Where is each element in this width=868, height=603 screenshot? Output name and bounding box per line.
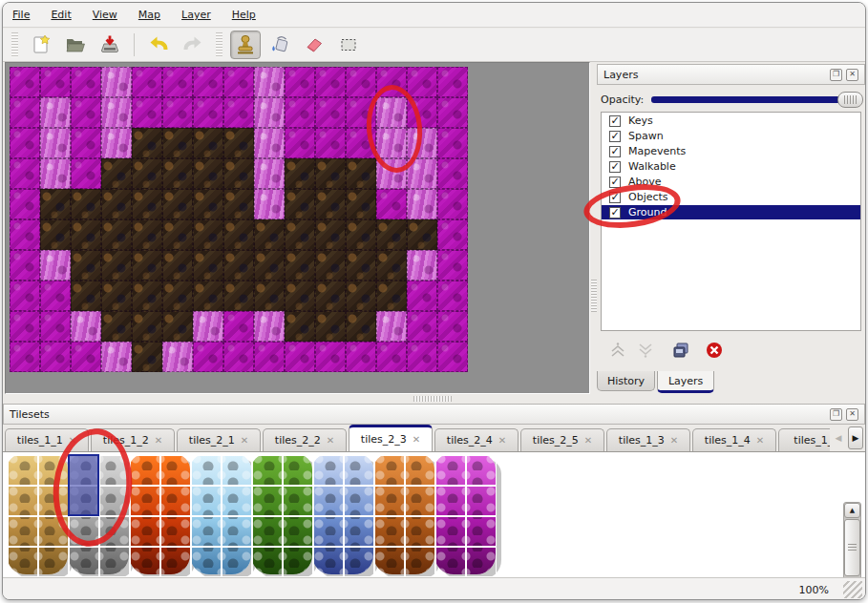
map-tile-magenta-ground[interactable] (10, 311, 40, 342)
eraser-tool-button[interactable] (299, 31, 329, 59)
fill-tool-button[interactable] (265, 31, 295, 59)
map-tile-magenta-ground[interactable] (162, 67, 193, 97)
close-tab-icon[interactable]: ✕ (69, 435, 76, 446)
map-tile-magenta-ground[interactable] (132, 67, 162, 97)
map-tile-magenta-ground[interactable] (223, 311, 254, 342)
map-tile-magenta-ground[interactable] (407, 97, 437, 128)
tileset-tab-tiles_1_3[interactable]: tiles_1_3✕ (606, 428, 690, 451)
map-tile-pink-pillar[interactable] (407, 189, 437, 219)
layer-checkbox[interactable]: ✓ (609, 131, 621, 142)
map-tile-magenta-ground[interactable] (223, 342, 254, 372)
delete-layer-icon[interactable] (705, 341, 724, 363)
map-tile-dark-dirt[interactable] (346, 158, 376, 189)
map-tile-magenta-ground[interactable] (162, 97, 193, 128)
map-tile-magenta-ground[interactable] (132, 97, 162, 128)
map-tile-dark-dirt[interactable] (254, 281, 285, 311)
layer-checkbox[interactable]: ✓ (609, 161, 621, 173)
duplicate-layer-icon[interactable] (671, 341, 690, 363)
menu-item-help[interactable]: Help (232, 9, 256, 21)
float-panel-icon[interactable]: ❐ (830, 69, 842, 81)
map-tile-pink-pillar[interactable] (254, 158, 285, 189)
close-tab-icon[interactable]: ✕ (327, 435, 334, 446)
map-tile-pink-pillar[interactable] (376, 97, 407, 128)
map-tile-magenta-ground[interactable] (285, 342, 315, 372)
map-tile-dark-dirt[interactable] (346, 189, 376, 219)
menu-item-layer[interactable]: Layer (181, 9, 211, 21)
map-tile-dark-dirt[interactable] (162, 311, 193, 342)
map-tile-dark-dirt[interactable] (315, 281, 346, 311)
map-tile-magenta-ground[interactable] (71, 342, 101, 372)
map-tile-dark-dirt[interactable] (71, 250, 101, 281)
map-tile-dark-dirt[interactable] (285, 219, 315, 250)
map-tile-dark-dirt[interactable] (346, 250, 376, 281)
map-tile-magenta-ground[interactable] (10, 158, 40, 189)
map-tile-dark-dirt[interactable] (71, 281, 101, 311)
map-tile-magenta-ground[interactable] (223, 67, 254, 97)
map-tile-magenta-ground[interactable] (437, 67, 468, 97)
map-tile-pink-pillar[interactable] (40, 97, 71, 128)
map-tile-dark-dirt[interactable] (162, 281, 193, 311)
map-tile-dark-dirt[interactable] (376, 281, 407, 311)
menu-item-edit[interactable]: Edit (51, 9, 71, 21)
map-tile-dark-dirt[interactable] (315, 158, 346, 189)
scroll-tabs-right-icon[interactable]: ▶ (848, 426, 863, 449)
map-tile-dark-dirt[interactable] (223, 128, 254, 158)
menu-item-file[interactable]: File (12, 9, 30, 21)
map-tile-magenta-ground[interactable] (346, 97, 376, 128)
map-tile-pink-pillar[interactable] (376, 128, 407, 158)
layer-row-keys[interactable]: ✓Keys (602, 114, 860, 128)
map-tile-pink-pillar[interactable] (101, 97, 132, 128)
map-tile-pink-pillar[interactable] (101, 67, 132, 97)
map-tile-pink-pillar[interactable] (376, 311, 407, 342)
map-tile-magenta-ground[interactable] (10, 189, 40, 219)
map-tile-magenta-ground[interactable] (437, 128, 468, 158)
close-tab-icon[interactable]: ✕ (241, 435, 248, 446)
layer-checkbox[interactable]: ✓ (609, 177, 621, 188)
layer-list[interactable]: ✓Keys✓Spawn✓Mapevents✓Walkable✓Above✓Obj… (601, 112, 861, 331)
map-tile-magenta-ground[interactable] (346, 342, 376, 372)
map-tile-magenta-ground[interactable] (376, 67, 407, 97)
close-panel-icon[interactable]: ✕ (846, 408, 858, 421)
map-tile-dark-dirt[interactable] (71, 189, 101, 219)
map-canvas[interactable] (10, 67, 468, 372)
float-panel-icon[interactable]: ❐ (830, 408, 842, 421)
map-tile-magenta-ground[interactable] (40, 67, 71, 97)
map-tile-dark-dirt[interactable] (132, 311, 162, 342)
close-tab-icon[interactable]: ✕ (584, 435, 592, 446)
map-tile-dark-dirt[interactable] (285, 311, 315, 342)
scroll-tabs-left-icon[interactable]: ◀ (831, 426, 846, 449)
map-tile-magenta-ground[interactable] (193, 342, 223, 372)
map-tile-magenta-ground[interactable] (40, 281, 71, 311)
new-file-button[interactable] (26, 31, 56, 59)
redo-button[interactable] (178, 31, 208, 59)
map-tile-magenta-ground[interactable] (315, 342, 346, 372)
map-tile-dark-dirt[interactable] (254, 250, 285, 281)
tileset-tab-tiles_1_[interactable]: tiles_1_✕ (778, 428, 830, 451)
map-tile-pink-pillar[interactable] (254, 128, 285, 158)
map-tile-magenta-ground[interactable] (10, 219, 40, 250)
opacity-slider[interactable] (651, 96, 861, 103)
map-tile-magenta-ground[interactable] (437, 97, 468, 128)
map-tile-dark-dirt[interactable] (223, 219, 254, 250)
map-tile-dark-dirt[interactable] (132, 128, 162, 158)
map-tile-pink-pillar[interactable] (40, 158, 71, 189)
layer-checkbox[interactable]: ✓ (609, 115, 621, 127)
map-tile-dark-dirt[interactable] (101, 219, 132, 250)
tileset-tab-tiles_2_4[interactable]: tiles_2_4✕ (434, 428, 519, 451)
map-tile-magenta-ground[interactable] (71, 67, 101, 97)
close-tab-icon[interactable]: ✕ (756, 435, 764, 446)
map-tile-magenta-ground[interactable] (40, 342, 71, 372)
close-tab-icon[interactable]: ✕ (413, 434, 420, 445)
map-tile-dark-dirt[interactable] (40, 189, 71, 219)
map-tile-dark-dirt[interactable] (132, 158, 162, 189)
map-tile-magenta-ground[interactable] (437, 189, 468, 219)
map-tile-dark-dirt[interactable] (101, 158, 132, 189)
map-tile-magenta-ground[interactable] (437, 219, 468, 250)
map-view[interactable] (5, 62, 590, 394)
map-tile-pink-pillar[interactable] (254, 97, 285, 128)
map-tile-dark-dirt[interactable] (315, 250, 346, 281)
tileset-tab-tiles_1_2[interactable]: tiles_1_2✕ (91, 428, 175, 451)
map-tile-magenta-ground[interactable] (437, 158, 468, 189)
tileset-tab-tiles_1_1[interactable]: tiles_1_1✕ (5, 428, 89, 451)
map-tile-magenta-ground[interactable] (437, 281, 468, 311)
